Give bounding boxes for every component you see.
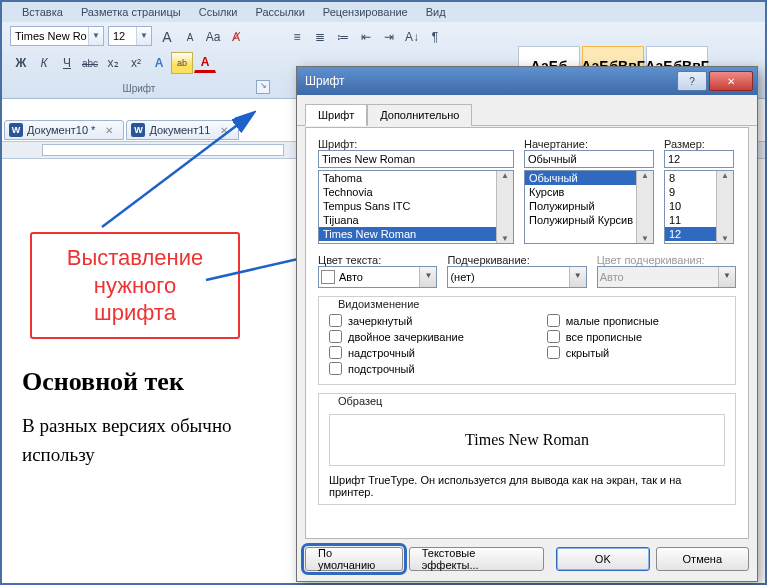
- dialog-tabs: Шрифт Дополнительно: [297, 95, 757, 126]
- underline-label: Подчеркивание:: [447, 254, 586, 266]
- tab-advanced[interactable]: Дополнительно: [367, 104, 472, 126]
- dialog-panel: Шрифт: Tahoma Technovia Tempus Sans ITC …: [305, 127, 749, 539]
- underline-color-combo: Авто▼: [597, 266, 736, 288]
- font-listbox[interactable]: Tahoma Technovia Tempus Sans ITC Tijuana…: [318, 170, 514, 244]
- style-label: Начертание:: [524, 138, 654, 150]
- scrollbar[interactable]: [716, 171, 733, 243]
- scrollbar[interactable]: [636, 171, 653, 243]
- tab-font[interactable]: Шрифт: [305, 104, 367, 126]
- sample-group: Образец Times New Roman Шрифт TrueType. …: [318, 393, 736, 505]
- subscript-check[interactable]: подстрочный: [329, 362, 547, 375]
- chevron-down-icon: ▼: [718, 267, 735, 287]
- color-label: Цвет текста:: [318, 254, 437, 266]
- ok-button[interactable]: OK: [556, 547, 649, 571]
- cancel-button[interactable]: Отмена: [656, 547, 749, 571]
- dialog-buttons: По умолчанию Текстовые эффекты... OK Отм…: [305, 545, 749, 573]
- size-input[interactable]: [664, 150, 734, 168]
- scrollbar[interactable]: [496, 171, 513, 243]
- default-button[interactable]: По умолчанию: [305, 547, 403, 571]
- underline-combo[interactable]: (нет)▼: [447, 266, 586, 288]
- size-label: Размер:: [664, 138, 734, 150]
- font-color-combo[interactable]: Авто▼: [318, 266, 437, 288]
- font-dialog: Шрифт ? ✕ Шрифт Дополнительно Шрифт: Tah…: [296, 66, 758, 582]
- style-listbox[interactable]: Обычный Курсив Полужирный Полужирный Кур…: [524, 170, 654, 244]
- dialog-title: Шрифт: [305, 74, 344, 88]
- text-effects-button[interactable]: Текстовые эффекты...: [409, 547, 544, 571]
- titlebar[interactable]: Шрифт ? ✕: [297, 67, 757, 95]
- size-listbox[interactable]: 8 9 10 11 12: [664, 170, 734, 244]
- hidden-check[interactable]: скрытый: [547, 346, 659, 359]
- allcaps-check[interactable]: все прописные: [547, 330, 659, 343]
- smallcaps-check[interactable]: малые прописные: [547, 314, 659, 327]
- font-input[interactable]: [318, 150, 514, 168]
- help-button[interactable]: ?: [677, 71, 707, 91]
- chevron-down-icon[interactable]: ▼: [419, 267, 436, 287]
- superscript-check[interactable]: надстрочный: [329, 346, 547, 359]
- dstrike-check[interactable]: двойное зачеркивание: [329, 330, 547, 343]
- font-label: Шрифт:: [318, 138, 514, 150]
- style-input[interactable]: [524, 150, 654, 168]
- svg-line-0: [102, 114, 252, 227]
- sample-preview: Times New Roman: [329, 414, 725, 466]
- effects-group: Видоизменение зачеркнутый двойное зачерк…: [318, 296, 736, 385]
- chevron-down-icon[interactable]: ▼: [569, 267, 586, 287]
- strike-check[interactable]: зачеркнутый: [329, 314, 547, 327]
- ucolor-label: Цвет подчеркивания:: [597, 254, 736, 266]
- close-button[interactable]: ✕: [709, 71, 753, 91]
- sample-note: Шрифт TrueType. Он используется для выво…: [329, 474, 725, 498]
